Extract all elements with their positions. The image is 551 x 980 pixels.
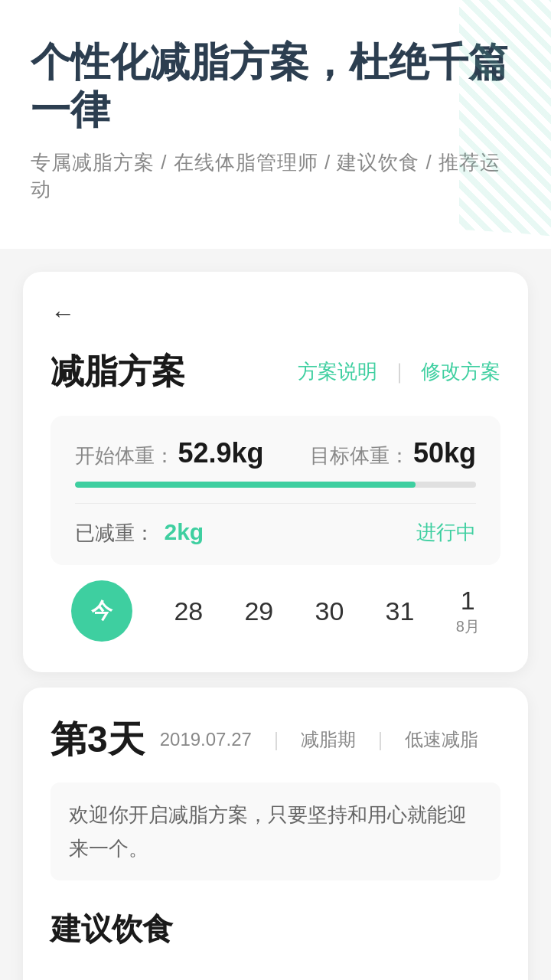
day-number: 第3天 bbox=[51, 715, 145, 764]
status-badge: 进行中 bbox=[416, 519, 476, 546]
date-number-1: 1 bbox=[461, 585, 475, 616]
day-tag1: 减脂期 bbox=[301, 727, 356, 752]
weight-loss-row: 已减重： 2kg 进行中 bbox=[75, 519, 476, 547]
food-tabs: 早餐 午餐 加餐 晚餐 加餐 ↻ bbox=[51, 969, 500, 980]
weight-loss-group: 已减重： 2kg bbox=[75, 519, 204, 547]
back-button[interactable]: ← bbox=[51, 299, 75, 328]
date-number-31: 31 bbox=[386, 580, 415, 642]
explain-action[interactable]: 方案说明 bbox=[298, 358, 377, 385]
day-header: 第3天 2019.07.27 ｜ 减脂期 ｜ 低速减脂 bbox=[51, 715, 500, 764]
tab-dinner[interactable]: 晚餐 bbox=[271, 969, 329, 980]
weight-divider bbox=[75, 503, 476, 504]
date-number-28: 28 bbox=[174, 580, 203, 642]
weight-loss-label: 已减重： bbox=[75, 521, 155, 544]
plan-card: ← 减脂方案 方案说明 ｜ 修改方案 开始体重： 52.9kg 目标体重： 50… bbox=[23, 272, 528, 672]
weight-row: 开始体重： 52.9kg 目标体重： 50kg bbox=[75, 437, 476, 469]
start-weight-group: 开始体重： 52.9kg bbox=[75, 437, 264, 469]
date-number-30: 30 bbox=[315, 580, 344, 642]
main-title: 个性化减脂方案，杜绝千篇一律 bbox=[31, 38, 520, 134]
start-weight-label: 开始体重： bbox=[75, 444, 174, 467]
progress-bar-fill bbox=[75, 482, 416, 488]
header-section: 个性化减脂方案，杜绝千篇一律 专属减脂方案 / 在线体脂管理师 / 建议饮食 /… bbox=[0, 0, 551, 249]
date-item-31[interactable]: 31 bbox=[386, 580, 415, 642]
date-item-1[interactable]: 1 8月 bbox=[456, 585, 480, 637]
weight-box: 开始体重： 52.9kg 目标体重： 50kg 已减重： 2kg 进行中 bbox=[51, 416, 500, 565]
date-item-30[interactable]: 30 bbox=[315, 580, 344, 642]
tab-snack2[interactable]: 加餐 bbox=[344, 969, 403, 980]
day-description: 欢迎你开启减脂方案，只要坚持和用心就能迎来一个。 bbox=[51, 782, 500, 880]
date-item-28[interactable]: 28 bbox=[174, 580, 203, 642]
tab-breakfast[interactable]: 早餐 bbox=[51, 969, 109, 980]
progress-bar-container bbox=[75, 482, 476, 488]
target-weight-label: 目标体重： bbox=[310, 444, 409, 467]
tab-snack1[interactable]: 加餐 bbox=[197, 969, 256, 980]
target-weight-value: 50kg bbox=[413, 437, 476, 469]
plan-actions: 方案说明 ｜ 修改方案 bbox=[298, 358, 500, 385]
weight-loss-value: 2kg bbox=[164, 519, 204, 544]
day-section: 第3天 2019.07.27 ｜ 减脂期 ｜ 低速减脂 欢迎你开启减脂方案，只要… bbox=[23, 688, 528, 980]
date-item-29[interactable]: 29 bbox=[244, 580, 273, 642]
date-row: 今 28 29 30 31 1 8月 bbox=[51, 565, 500, 649]
sub-title: 专属减脂方案 / 在线体脂管理师 / 建议饮食 / 推荐运动 bbox=[31, 149, 520, 203]
day-date: 2019.07.27 bbox=[160, 729, 252, 750]
plan-title: 减脂方案 bbox=[51, 349, 185, 394]
date-number-29: 29 bbox=[244, 580, 273, 642]
today-date-item[interactable]: 今 bbox=[71, 580, 132, 642]
modify-action[interactable]: 修改方案 bbox=[421, 358, 500, 385]
card-header: 减脂方案 方案说明 ｜ 修改方案 bbox=[51, 349, 500, 394]
target-weight-group: 目标体重： 50kg bbox=[310, 437, 476, 469]
day-meta: 2019.07.27 ｜ 减脂期 ｜ 低速减脂 bbox=[160, 727, 478, 752]
action-divider: ｜ bbox=[390, 358, 409, 385]
tab-lunch[interactable]: 午餐 bbox=[124, 969, 182, 980]
date-month-label: 8月 bbox=[456, 616, 480, 637]
today-circle[interactable]: 今 bbox=[71, 580, 132, 642]
day-sep1: ｜ bbox=[267, 727, 285, 752]
food-section-title: 建议饮食 bbox=[51, 908, 500, 950]
start-weight-value: 52.9kg bbox=[178, 437, 263, 469]
day-tag2: 低速减脂 bbox=[405, 727, 478, 752]
day-sep2: ｜ bbox=[371, 727, 390, 752]
date-1-group: 1 8月 bbox=[456, 585, 480, 637]
